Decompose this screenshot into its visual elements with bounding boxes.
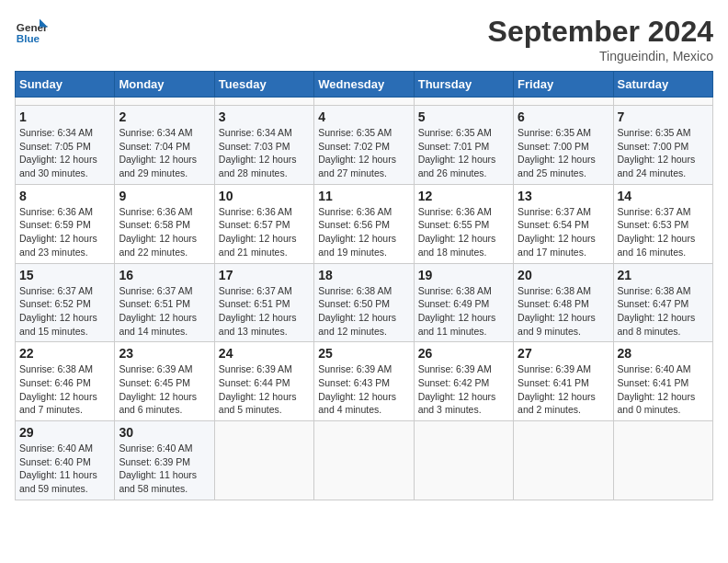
calendar-cell — [514, 421, 613, 500]
day-number: 20 — [518, 268, 609, 282]
calendar-week-0 — [16, 98, 713, 106]
calendar-week-4: 22Sunrise: 6:38 AMSunset: 6:46 PMDayligh… — [16, 342, 713, 421]
calendar-week-2: 8Sunrise: 6:36 AMSunset: 6:59 PMDaylight… — [16, 184, 713, 263]
calendar-cell: 18Sunrise: 6:38 AMSunset: 6:50 PMDayligh… — [314, 263, 414, 342]
day-number: 13 — [518, 189, 609, 203]
calendar-cell: 1Sunrise: 6:34 AMSunset: 7:05 PMDaylight… — [16, 106, 115, 185]
day-info: Sunrise: 6:38 AMSunset: 6:48 PMDaylight:… — [518, 284, 609, 339]
day-info: Sunrise: 6:39 AMSunset: 6:45 PMDaylight:… — [119, 362, 210, 417]
day-info: Sunrise: 6:38 AMSunset: 6:46 PMDaylight:… — [19, 362, 110, 417]
calendar-cell: 30Sunrise: 6:40 AMSunset: 6:39 PMDayligh… — [115, 421, 214, 500]
calendar-cell — [613, 421, 712, 500]
day-info: Sunrise: 6:35 AMSunset: 7:01 PMDaylight:… — [418, 126, 509, 180]
day-info: Sunrise: 6:36 AMSunset: 6:59 PMDaylight:… — [19, 205, 110, 259]
day-number: 25 — [318, 346, 409, 361]
day-number: 22 — [19, 346, 110, 361]
day-info: Sunrise: 6:36 AMSunset: 6:58 PMDaylight:… — [119, 205, 210, 259]
day-number: 24 — [219, 346, 310, 361]
calendar-cell: 3Sunrise: 6:34 AMSunset: 7:03 PMDaylight… — [214, 106, 313, 185]
weekday-header-row: SundayMondayTuesdayWednesdayThursdayFrid… — [16, 72, 713, 98]
day-info: Sunrise: 6:36 AMSunset: 6:56 PMDaylight:… — [318, 205, 409, 259]
day-info: Sunrise: 6:34 AMSunset: 7:05 PMDaylight:… — [19, 126, 110, 180]
logo-icon: General Blue — [15, 15, 48, 48]
calendar-cell: 20Sunrise: 6:38 AMSunset: 6:48 PMDayligh… — [514, 263, 613, 342]
calendar-cell: 22Sunrise: 6:38 AMSunset: 6:46 PMDayligh… — [16, 342, 115, 421]
location: Tingueindin, Mexico — [488, 49, 713, 63]
day-number: 5 — [418, 109, 509, 124]
month-title: September 2024 — [488, 15, 713, 49]
weekday-header-tuesday: Tuesday — [214, 72, 313, 98]
day-number: 19 — [418, 268, 509, 282]
day-info: Sunrise: 6:40 AMSunset: 6:41 PMDaylight:… — [618, 362, 709, 417]
day-info: Sunrise: 6:36 AMSunset: 6:57 PMDaylight:… — [219, 205, 310, 259]
calendar-cell — [414, 421, 513, 500]
calendar-cell: 23Sunrise: 6:39 AMSunset: 6:45 PMDayligh… — [115, 342, 214, 421]
weekday-header-friday: Friday — [514, 72, 613, 98]
calendar-cell: 16Sunrise: 6:37 AMSunset: 6:51 PMDayligh… — [115, 263, 214, 342]
day-info: Sunrise: 6:35 AMSunset: 7:02 PMDaylight:… — [318, 126, 409, 180]
page-header: General Blue September 2024 Tingueindin,… — [15, 15, 713, 63]
day-info: Sunrise: 6:37 AMSunset: 6:51 PMDaylight:… — [219, 284, 310, 339]
day-number: 17 — [219, 268, 310, 282]
day-number: 1 — [19, 109, 110, 124]
calendar-cell — [414, 98, 513, 106]
calendar-cell: 21Sunrise: 6:38 AMSunset: 6:47 PMDayligh… — [613, 263, 712, 342]
day-info: Sunrise: 6:38 AMSunset: 6:50 PMDaylight:… — [318, 284, 409, 339]
calendar-cell: 11Sunrise: 6:36 AMSunset: 6:56 PMDayligh… — [314, 184, 414, 263]
calendar-cell: 10Sunrise: 6:36 AMSunset: 6:57 PMDayligh… — [214, 184, 313, 263]
calendar-cell: 5Sunrise: 6:35 AMSunset: 7:01 PMDaylight… — [414, 106, 513, 185]
calendar-cell: 14Sunrise: 6:37 AMSunset: 6:53 PMDayligh… — [613, 184, 712, 263]
day-info: Sunrise: 6:35 AMSunset: 7:00 PMDaylight:… — [618, 126, 709, 180]
calendar-cell: 29Sunrise: 6:40 AMSunset: 6:40 PMDayligh… — [16, 421, 115, 500]
day-info: Sunrise: 6:39 AMSunset: 6:42 PMDaylight:… — [418, 362, 509, 417]
calendar-cell: 17Sunrise: 6:37 AMSunset: 6:51 PMDayligh… — [214, 263, 313, 342]
calendar-cell: 2Sunrise: 6:34 AMSunset: 7:04 PMDaylight… — [115, 106, 214, 185]
calendar-table: SundayMondayTuesdayWednesdayThursdayFrid… — [15, 71, 713, 500]
day-info: Sunrise: 6:37 AMSunset: 6:52 PMDaylight:… — [19, 284, 110, 339]
day-info: Sunrise: 6:37 AMSunset: 6:51 PMDaylight:… — [119, 284, 210, 339]
day-info: Sunrise: 6:39 AMSunset: 6:41 PMDaylight:… — [518, 362, 609, 417]
day-info: Sunrise: 6:34 AMSunset: 7:03 PMDaylight:… — [219, 126, 310, 180]
calendar-cell: 4Sunrise: 6:35 AMSunset: 7:02 PMDaylight… — [314, 106, 414, 185]
day-info: Sunrise: 6:40 AMSunset: 6:39 PMDaylight:… — [119, 442, 210, 496]
calendar-cell — [214, 98, 313, 106]
day-info: Sunrise: 6:35 AMSunset: 7:00 PMDaylight:… — [518, 126, 609, 180]
day-number: 27 — [518, 346, 609, 361]
day-number: 8 — [19, 189, 110, 203]
calendar-cell: 26Sunrise: 6:39 AMSunset: 6:42 PMDayligh… — [414, 342, 513, 421]
weekday-header-sunday: Sunday — [16, 72, 115, 98]
day-number: 14 — [618, 189, 709, 203]
day-number: 11 — [318, 189, 409, 203]
calendar-week-5: 29Sunrise: 6:40 AMSunset: 6:40 PMDayligh… — [16, 421, 713, 500]
calendar-cell: 7Sunrise: 6:35 AMSunset: 7:00 PMDaylight… — [613, 106, 712, 185]
day-number: 10 — [219, 189, 310, 203]
day-info: Sunrise: 6:37 AMSunset: 6:53 PMDaylight:… — [618, 205, 709, 259]
day-number: 6 — [518, 109, 609, 124]
day-info: Sunrise: 6:36 AMSunset: 6:55 PMDaylight:… — [418, 205, 509, 259]
day-info: Sunrise: 6:34 AMSunset: 7:04 PMDaylight:… — [119, 126, 210, 180]
logo: General Blue — [15, 15, 48, 48]
calendar-cell: 12Sunrise: 6:36 AMSunset: 6:55 PMDayligh… — [414, 184, 513, 263]
day-number: 21 — [618, 268, 709, 282]
weekday-header-thursday: Thursday — [414, 72, 513, 98]
day-number: 26 — [418, 346, 509, 361]
weekday-header-wednesday: Wednesday — [314, 72, 414, 98]
day-number: 16 — [119, 268, 210, 282]
day-number: 3 — [219, 109, 310, 124]
calendar-cell: 25Sunrise: 6:39 AMSunset: 6:43 PMDayligh… — [314, 342, 414, 421]
calendar-cell — [115, 98, 214, 106]
calendar-cell: 24Sunrise: 6:39 AMSunset: 6:44 PMDayligh… — [214, 342, 313, 421]
day-number: 7 — [618, 109, 709, 124]
calendar-cell: 13Sunrise: 6:37 AMSunset: 6:54 PMDayligh… — [514, 184, 613, 263]
day-info: Sunrise: 6:40 AMSunset: 6:40 PMDaylight:… — [19, 442, 110, 496]
day-number: 29 — [19, 425, 110, 440]
day-number: 30 — [119, 425, 210, 440]
day-number: 2 — [119, 109, 210, 124]
day-number: 12 — [418, 189, 509, 203]
day-info: Sunrise: 6:39 AMSunset: 6:43 PMDaylight:… — [318, 362, 409, 417]
day-info: Sunrise: 6:39 AMSunset: 6:44 PMDaylight:… — [219, 362, 310, 417]
day-number: 28 — [618, 346, 709, 361]
calendar-cell — [214, 421, 313, 500]
weekday-header-saturday: Saturday — [613, 72, 712, 98]
day-number: 15 — [19, 268, 110, 282]
